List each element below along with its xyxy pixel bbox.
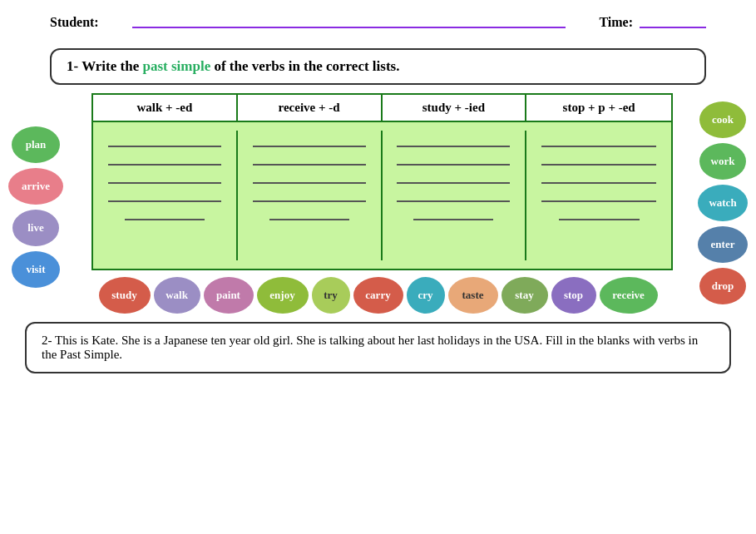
bubble-live: live [12,210,59,246]
col-header-1: receive + -d [238,95,383,121]
side-left-bubbles: plan arrive live visit [8,93,63,288]
instruction-box-1: 1- Write the past simple of the verbs in… [50,48,706,85]
side-right-bubbles: cook work watch enter drop [698,93,748,304]
blank-line-short [125,210,205,220]
bubble-plan: plan [12,126,60,163]
verb-table: walk + -ed receive + -d study + -ied sto… [91,93,673,270]
col-cell-3 [526,131,671,260]
col-header-0: walk + -ed [93,95,238,121]
blank-line [541,137,655,147]
header: Student: Time: [0,0,756,37]
bubble-watch: watch [698,185,748,221]
student-line [132,27,566,28]
bubble-arrive: arrive [8,168,63,205]
blank-line-short [413,210,493,220]
blank-line [108,192,221,202]
blank-line [541,174,655,184]
bottom-bubbles: study walk paint enjoy try carry cry tas… [17,277,739,314]
col-header-2: study + -ied [383,95,527,121]
bubble-study: study [99,277,151,314]
student-label: Student: [50,15,99,30]
main-content: plan arrive live visit cook work watch e… [8,93,748,314]
bubble-cry: cry [407,277,445,314]
time-line [640,27,706,28]
bubble-walk: walk [154,277,200,314]
instruction1-number: 1- [67,58,78,74]
bubble-cook: cook [699,101,746,138]
col-body [91,121,673,270]
blank-line [253,156,366,166]
bubble-drop: drop [699,268,746,304]
instruction2-text: This is Kate. She is a Japanese ten year… [42,334,698,361]
blank-line-short [269,210,349,220]
blank-line [541,156,655,166]
bubble-carry: carry [353,277,403,314]
blank-line [253,137,366,147]
bubble-work: work [699,143,746,180]
blank-line [397,137,510,147]
blank-line [108,174,221,184]
blank-line [397,174,510,184]
blank-line [397,192,510,202]
col-cell-1 [238,131,383,260]
col-cell-0 [93,131,238,260]
bubble-stop: stop [551,277,596,314]
bubble-receive: receive [600,277,658,314]
bubble-try: try [312,277,350,314]
instruction-box-2: 2- This is Kate. She is a Japanese ten y… [25,322,731,373]
blank-line [253,174,366,184]
bubble-visit: visit [12,251,60,288]
col-header-3: stop + p + -ed [526,95,671,121]
col-cell-2 [383,131,527,260]
col-headers: walk + -ed receive + -d study + -ied sto… [91,93,673,121]
blank-line [541,192,655,202]
time-label: Time: [599,15,633,30]
bubble-taste: taste [448,277,498,314]
blank-line [397,156,510,166]
bubble-stay: stay [502,277,548,314]
blank-line-short [559,210,640,220]
blank-line [253,192,366,202]
blank-line [108,156,221,166]
bubble-enter: enter [698,226,748,263]
instruction1-highlight: past simple [142,58,210,74]
bubble-paint: paint [204,277,254,314]
instruction2-number: 2- [42,334,52,347]
blank-line [108,137,221,147]
time-section: Time: [599,15,706,30]
instruction1-text-before: Write the [82,58,142,74]
bubble-enjoy: enjoy [257,277,309,314]
instruction1-text-after: of the verbs in the correct lists. [210,58,399,74]
